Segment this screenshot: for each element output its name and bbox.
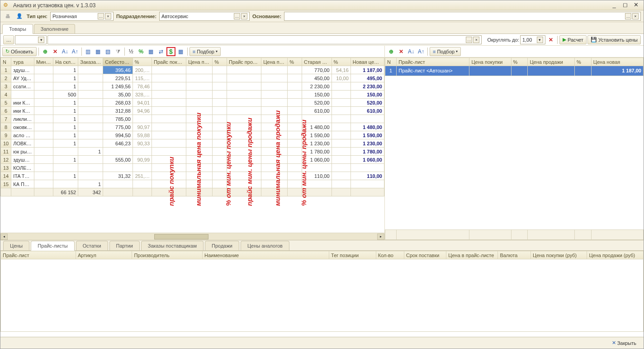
calc-button[interactable]: ▶ Расчет [559,35,587,44]
col-header[interactable]: % [288,58,302,66]
chevron-down-icon[interactable]: ▾ [38,37,44,43]
refresh-button[interactable]: ↻ Обновить [2,47,37,56]
filter-sel-icon[interactable]: ▦ [94,47,103,56]
ellipsis-icon[interactable]: … [98,13,104,19]
left-grid[interactable]: NтураМин.о…На скла…Заказа…Себестои…%Прай… [0,57,384,233]
table-row[interactable]: 6ики К…1312,8894,96610,00610,00 [1,107,384,115]
sort-desc-icon[interactable]: A↑ [71,47,80,56]
grid-apply-icon[interactable]: ⇄ [156,47,166,56]
fraction-icon[interactable]: ½ [127,47,136,56]
table-row[interactable]: 12здуш…1555,0090,991 060,001 060,00 [1,156,384,164]
tab-stock[interactable]: Остатки [76,241,108,250]
maximize-button[interactable]: ◻ [620,2,630,9]
col-header[interactable]: Цена продажи [528,58,575,66]
tab-sales[interactable]: Продажи [205,241,239,250]
col-header[interactable]: N [385,58,397,66]
table-row[interactable]: 450035,00328,…150,00150,00 [1,91,384,99]
add-button[interactable]: ⊕ [41,47,50,56]
col-header[interactable]: % [511,58,528,66]
close-button[interactable]: ✕ [631,2,641,9]
col-header[interactable]: Прайс поку… [152,58,186,66]
col-header[interactable]: Цена покупки [469,58,511,66]
col-header[interactable]: % [331,58,350,66]
col-header[interactable]: Прайс-лист [397,58,469,66]
tab-fill[interactable]: Заполнение [34,24,76,33]
select-button[interactable]: ≡ Подбор ▾ [430,47,461,56]
ellipsis-icon[interactable]: … [234,13,240,19]
col-header[interactable]: Себестои… [103,58,133,66]
table-row[interactable]: 2AY Уд…1229,51115,…450,0010,00495,00 [1,74,384,82]
left-scrollbar[interactable]: ◂ ▸ [0,233,384,240]
scroll-thumb[interactable] [154,234,208,239]
tab-pricelists[interactable]: Прайс-листы [31,241,74,251]
ellipsis-icon[interactable]: … [625,13,631,19]
table-row[interactable]: 8ожовк…1775,0090,971 480,001 480,00 [1,123,384,131]
funnel-icon[interactable]: ⧩ [114,47,123,56]
col-header[interactable]: Цена продажи (руб) [587,251,644,259]
bottom-grid[interactable]: Прайс-листАртикулПроизводительНаименован… [0,251,644,337]
col-header[interactable]: Цена покупки (руб) [531,251,587,259]
col-header[interactable]: Цена пр… [261,58,288,66]
table-row[interactable]: 14ITA TO…131,32251,…110,00110,00 [1,172,384,180]
print-icon[interactable]: 🖶 [3,12,12,21]
filter-clear-icon[interactable]: ▧ [104,47,113,56]
table-row[interactable]: 1Прайс-лист <Автошан>1 187,00 [385,66,644,76]
col-header[interactable]: Цена новая [591,58,643,66]
close-window-button[interactable]: ✕ Закрыть [609,339,639,348]
sort-desc-icon[interactable]: A↑ [417,47,426,56]
basis-combo[interactable]: … × [284,12,641,21]
ellipsis-icon[interactable]: … [466,37,472,43]
round-combo[interactable]: 1,00 ▾ [520,35,545,44]
table-row[interactable]: 9асло т…1994,5059,881 590,001 590,00 [1,131,384,139]
col-header[interactable]: Старая ц… [302,58,332,66]
col-header[interactable]: Цена по… [186,58,213,66]
add-button[interactable]: ⊕ [387,47,396,56]
minimize-button[interactable]: _ [609,2,619,9]
sort-asc-icon[interactable]: A↓ [407,47,416,56]
col-header[interactable]: Новая це… [350,58,384,66]
col-header[interactable]: Кол-во [376,251,404,259]
col-header[interactable]: тура [11,58,34,66]
col-header[interactable]: Прайс прод… [227,58,261,66]
table-row[interactable]: 1здуш…1395,46200,…770,0054,161 187,00 [1,66,384,74]
ellipsis-button[interactable]: … [3,35,14,44]
filter-combo-1[interactable]: ▾ [15,35,47,44]
table-row[interactable]: 7ликли…1785,00 [1,115,384,123]
table-row[interactable]: 13КОЛЕ… [1,164,384,172]
table-row[interactable]: 11юк ры…11 780,001 780,00 [1,148,384,156]
clear-icon[interactable]: × [241,13,247,19]
delete-button[interactable]: ✕ [397,47,406,56]
col-header[interactable]: На скла… [53,58,78,66]
col-header[interactable]: Наименование [202,251,329,259]
col-header[interactable]: Срок поставки [404,251,446,259]
col-header[interactable]: Прайс-лист [1,251,76,259]
percent-icon[interactable]: % [137,47,146,56]
table-row[interactable]: 15КА ПР…1 [1,180,384,188]
subdivision-combo[interactable]: Автосервис … × [159,12,250,21]
clear-icon[interactable]: × [105,13,111,19]
col-header[interactable]: Валюта [498,251,531,259]
clear-icon[interactable]: × [473,37,479,43]
dollar-icon[interactable]: $ [166,47,175,56]
sort-asc-icon[interactable]: A↓ [61,47,70,56]
col-header[interactable]: % [133,58,152,66]
filter-input[interactable]: … × [47,35,482,44]
right-grid[interactable]: NПрайс-листЦена покупки%Цена продажи%Цен… [385,57,644,240]
tab-prices[interactable]: Цены [3,241,29,250]
user-icon[interactable]: 👤 [15,12,24,21]
clear-round-button[interactable]: ✕ [546,35,555,44]
table-settings-icon[interactable]: ▦ [176,47,185,56]
table-row[interactable]: 10ЛОВК…1646,2390,331 230,001 230,00 [1,139,384,148]
set-prices-button[interactable]: 💾 Установить цены [587,35,641,44]
grid-edit-icon[interactable]: ▦ [147,47,156,56]
col-header[interactable]: Мин.о… [34,58,53,66]
col-header[interactable]: % [574,58,591,66]
price-type-combo[interactable]: Розничная … × [50,12,114,21]
col-header[interactable]: Тег позиции [329,251,376,259]
tab-orders[interactable]: Заказы поставщикам [141,241,204,250]
col-header[interactable]: Производитель [132,251,203,259]
col-header[interactable]: N [1,58,11,66]
scroll-right-icon[interactable]: ▸ [377,234,384,240]
chevron-down-icon[interactable]: ▾ [537,37,543,43]
col-header[interactable]: % [213,58,227,66]
